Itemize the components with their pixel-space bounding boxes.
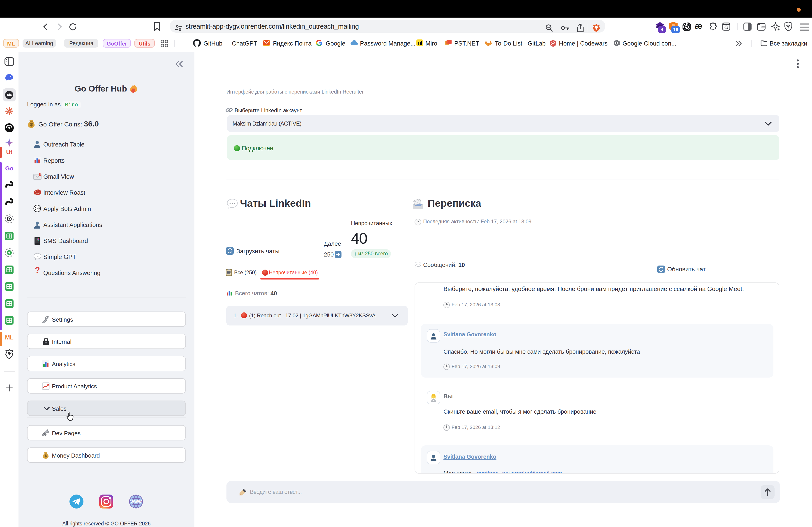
svg-text:WWW: WWW [130,499,142,504]
